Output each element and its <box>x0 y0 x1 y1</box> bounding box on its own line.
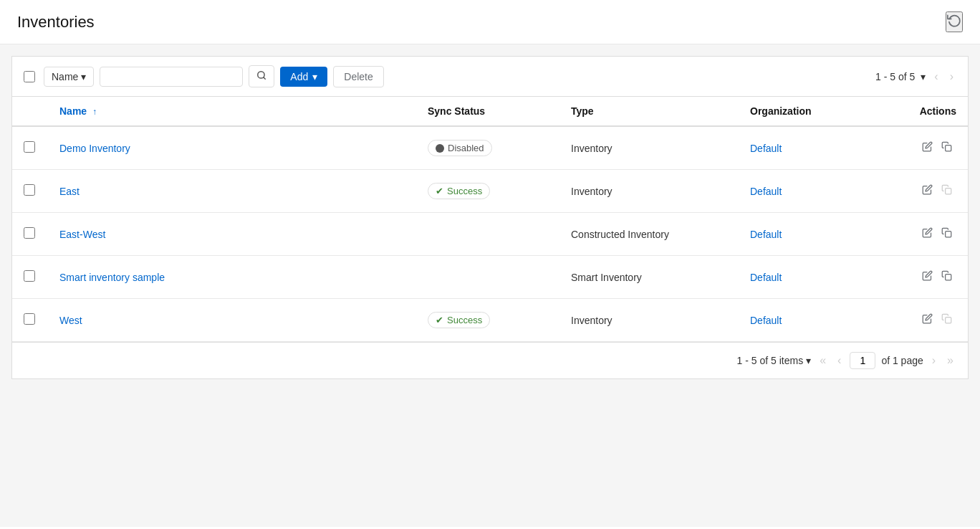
copy-button-4[interactable] <box>937 267 956 287</box>
pagination-summary: 1 - 5 of 5 <box>875 71 915 82</box>
edit-button-4[interactable] <box>918 267 937 287</box>
actions-cell-2 <box>882 170 968 213</box>
page-total-label: of 1 page <box>881 355 923 366</box>
sync-status-badge-2: ✔Success <box>428 183 490 199</box>
row-checkbox-1[interactable] <box>24 141 35 153</box>
add-chevron-icon: ▾ <box>312 71 317 82</box>
copy-button-2[interactable] <box>937 181 956 201</box>
toolbar-pagination: 1 - 5 of 5 ▾ ‹ › <box>875 67 956 86</box>
search-button[interactable] <box>249 65 274 87</box>
sort-arrow-icon: ↑ <box>92 107 97 117</box>
select-all-checkbox[interactable] <box>24 71 35 82</box>
history-button[interactable] <box>946 11 963 32</box>
edit-button-1[interactable] <box>918 138 937 158</box>
inventories-table: Name ↑ Sync Status Type Organization Act… <box>11 96 969 343</box>
copy-icon <box>941 227 952 238</box>
inventory-name-link-2[interactable]: East <box>59 186 80 197</box>
col-header-name[interactable]: Name ↑ <box>48 97 416 126</box>
col-name-label: Name <box>59 105 87 117</box>
toolbar: Name ▾ Add ▾ Delete 1 - 5 of 5 ▾ ‹ › <box>11 56 969 96</box>
row-checkbox-5[interactable] <box>24 313 35 325</box>
inventory-name-link-4[interactable]: Smart inventory sample <box>59 272 165 283</box>
inventory-type-1: Inventory <box>559 126 739 170</box>
filter-chevron-icon: ▾ <box>81 71 86 82</box>
svg-rect-6 <box>946 318 951 323</box>
copy-icon <box>941 270 952 281</box>
inventory-type-3: Constructed Inventory <box>559 213 739 256</box>
svg-rect-5 <box>946 275 951 280</box>
svg-rect-3 <box>946 189 951 194</box>
row-checkbox-3[interactable] <box>24 227 35 239</box>
add-button[interactable]: Add ▾ <box>280 67 327 87</box>
add-label: Add <box>290 71 308 82</box>
prev-page-footer-button[interactable]: ‹ <box>835 351 844 370</box>
inventory-name-link-1[interactable]: Demo Inventory <box>59 143 130 154</box>
edit-button-3[interactable] <box>918 224 937 244</box>
copy-icon <box>941 184 952 195</box>
svg-line-1 <box>264 77 266 80</box>
col-header-actions: Actions <box>882 97 968 126</box>
footer-pagination: 1 - 5 of 5 items ▾ « ‹ of 1 page › » <box>11 343 969 379</box>
actions-cell-1 <box>882 126 968 170</box>
sync-status-badge-5: ✔Success <box>428 312 490 328</box>
copy-icon <box>941 313 952 324</box>
inventory-name-link-3[interactable]: East-West <box>59 229 105 240</box>
table-header-row: Name ↑ Sync Status Type Organization Act… <box>12 97 968 126</box>
filter-dropdown[interactable]: Name ▾ <box>44 67 94 87</box>
inventory-name-link-5[interactable]: West <box>59 315 82 326</box>
inventory-type-5: Inventory <box>559 299 739 342</box>
actions-cell-4 <box>882 256 968 299</box>
copy-button-1[interactable] <box>937 138 956 158</box>
copy-button-5[interactable] <box>937 310 956 330</box>
filter-label: Name <box>52 71 78 82</box>
edit-icon <box>922 227 933 238</box>
col-header-check <box>12 97 48 126</box>
table-row: West✔SuccessInventoryDefault <box>12 299 968 342</box>
inventory-type-2: Inventory <box>559 170 739 213</box>
edit-button-5[interactable] <box>918 310 937 330</box>
first-page-button[interactable]: « <box>817 351 829 370</box>
success-check-icon: ✔ <box>436 315 443 325</box>
col-header-organization: Organization <box>739 97 882 126</box>
svg-rect-4 <box>946 232 951 237</box>
edit-icon <box>922 141 933 152</box>
copy-button-3[interactable] <box>937 224 956 244</box>
table-row: East✔SuccessInventoryDefault <box>12 170 968 213</box>
row-checkbox-2[interactable] <box>24 184 35 196</box>
content-area: Name ▾ Add ▾ Delete 1 - 5 of 5 ▾ ‹ › <box>0 44 980 527</box>
items-summary: 1 - 5 of 5 items <box>737 355 804 366</box>
delete-label: Delete <box>344 71 373 82</box>
next-page-button[interactable]: › <box>947 67 956 86</box>
svg-rect-2 <box>946 146 951 151</box>
search-input[interactable] <box>100 67 243 87</box>
actions-cell-3 <box>882 213 968 256</box>
col-header-sync: Sync Status <box>416 97 559 126</box>
organization-link-4[interactable]: Default <box>750 272 782 283</box>
next-page-footer-button[interactable]: › <box>929 351 938 370</box>
table-row: Demo InventoryDisabledInventoryDefault <box>12 126 968 170</box>
organization-link-1[interactable]: Default <box>750 143 782 154</box>
last-page-button[interactable]: » <box>944 351 956 370</box>
page-title: Inventories <box>17 13 95 32</box>
edit-button-2[interactable] <box>918 181 937 201</box>
sync-status-badge-1: Disabled <box>428 140 492 156</box>
organization-link-3[interactable]: Default <box>750 229 782 240</box>
col-header-type: Type <box>559 97 739 126</box>
edit-icon <box>922 270 933 281</box>
edit-icon <box>922 184 933 195</box>
organization-link-5[interactable]: Default <box>750 315 782 326</box>
table-row: Smart inventory sampleSmart InventoryDef… <box>12 256 968 299</box>
copy-icon <box>941 141 952 152</box>
search-icon <box>256 70 266 80</box>
prev-page-button[interactable]: ‹ <box>931 67 941 86</box>
actions-cell-5 <box>882 299 968 342</box>
row-checkbox-4[interactable] <box>24 270 35 282</box>
delete-button[interactable]: Delete <box>333 66 383 87</box>
success-check-icon: ✔ <box>436 186 443 196</box>
organization-link-2[interactable]: Default <box>750 186 782 197</box>
disabled-dot-icon <box>436 144 444 153</box>
page-header: Inventories <box>0 0 980 44</box>
edit-icon <box>922 313 933 324</box>
page-number-input[interactable] <box>850 352 875 369</box>
per-page-select[interactable]: 1 - 5 of 5 items ▾ <box>737 355 812 366</box>
